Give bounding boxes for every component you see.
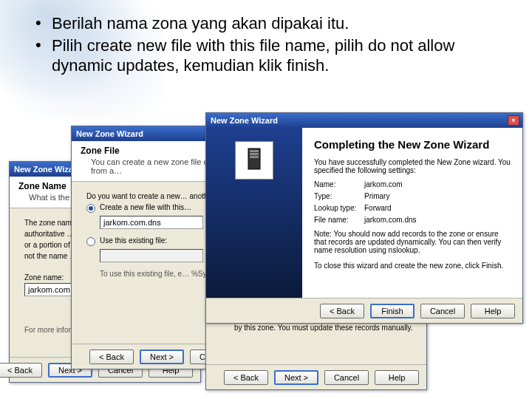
wizard-completing: New Zone Wizard × Completing the New Zon… xyxy=(205,112,523,324)
completing-close: To close this wizard and create the new … xyxy=(314,262,511,270)
slide-bullets: •Berilah nama zona yang akan dipakai itu… xyxy=(35,13,502,78)
cancel-button[interactable]: Cancel xyxy=(420,304,465,318)
help-button[interactable]: Help xyxy=(471,304,515,318)
cancel-button[interactable]: Cancel xyxy=(324,370,369,385)
finish-button[interactable]: Finish xyxy=(370,304,415,318)
back-button[interactable]: < Back xyxy=(89,349,134,364)
completing-intro: You have successfully completed the New … xyxy=(314,158,511,174)
back-button[interactable]: < Back xyxy=(320,304,364,318)
svg-rect-3 xyxy=(250,156,259,158)
next-button[interactable]: Next > xyxy=(140,349,184,364)
back-button[interactable]: < Back xyxy=(0,363,42,378)
wizard-sidebar xyxy=(206,128,302,298)
summary-type: Type:Primary xyxy=(314,192,511,200)
summary-name: Name:jarkom.com xyxy=(314,180,511,188)
summary-lookup: Lookup type:Forward xyxy=(314,204,511,212)
bullet-2: Pilih create new file with this file nam… xyxy=(52,35,502,76)
close-icon[interactable]: × xyxy=(508,115,519,126)
existing-file-input xyxy=(100,249,203,262)
svg-rect-1 xyxy=(250,150,259,152)
summary-filename: File name:jarkom.com.dns xyxy=(314,216,511,224)
completing-note: Note: You should now add records to the … xyxy=(314,230,511,254)
next-button[interactable]: Next > xyxy=(274,370,318,385)
help-button[interactable]: Help xyxy=(375,370,419,385)
titlebar-text: New Zone Wizard xyxy=(211,116,508,125)
back-button[interactable]: < Back xyxy=(224,370,268,385)
server-icon xyxy=(235,141,273,180)
radio-icon xyxy=(86,237,95,246)
radio-icon xyxy=(86,204,95,213)
completing-title: Completing the New Zone Wizard xyxy=(314,138,511,151)
new-file-input[interactable]: jarkom.com.dns xyxy=(100,216,203,229)
bullet-1: Berilah nama zona yang akan dipakai itu. xyxy=(52,13,502,34)
svg-rect-2 xyxy=(250,153,259,155)
